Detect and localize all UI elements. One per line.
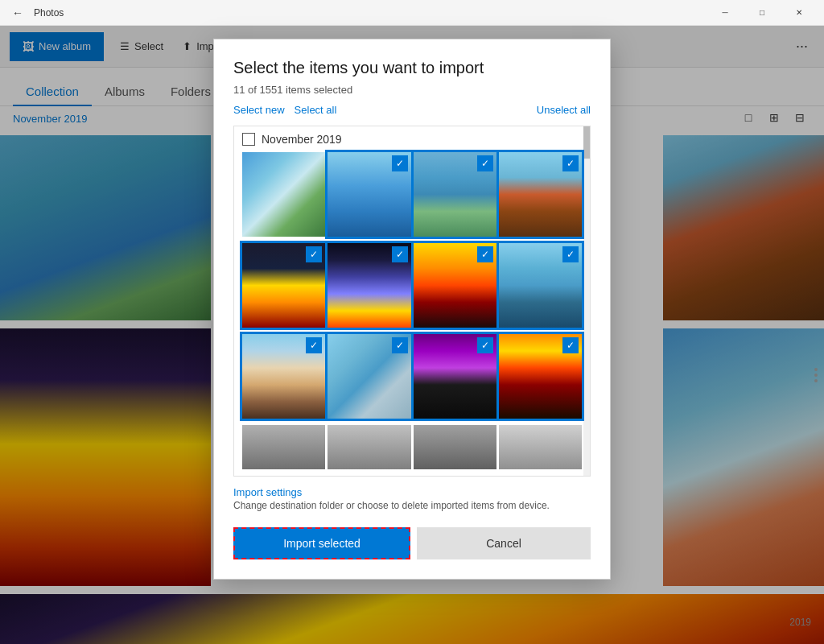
close-button[interactable]: ✕	[781, 0, 818, 26]
photo-item[interactable]: ✓	[499, 334, 582, 419]
photo-checkbox: ✓	[392, 337, 408, 353]
import-selected-button[interactable]: Import selected	[233, 527, 410, 559]
window-controls: ─ □ ✕	[707, 0, 818, 26]
photo-grid-row2: ✓ ✓ ✓ ✓	[234, 243, 590, 334]
photo-item[interactable]	[328, 425, 410, 469]
minimize-icon: ─	[722, 8, 727, 17]
dialog-title: Select the items you want to import	[233, 59, 591, 77]
scrollbar-track[interactable]	[583, 126, 590, 476]
cancel-button[interactable]: Cancel	[417, 527, 591, 559]
app-title: Photos	[34, 7, 707, 19]
photo-item[interactable]: ✓	[328, 243, 410, 328]
photo-item[interactable]: ✓	[414, 152, 496, 237]
import-settings-link[interactable]: Import settings	[233, 486, 591, 498]
photo-item[interactable]: ✓	[499, 152, 582, 237]
import-settings-area: Import settings Change destination folde…	[233, 477, 591, 518]
select-actions: Select new Select all Unselect all	[233, 104, 591, 116]
photo-checkbox: ✓	[477, 337, 493, 353]
restore-button[interactable]: □	[744, 0, 781, 26]
photo-item[interactable]: ✓	[328, 152, 410, 237]
photo-checkbox: ✓	[392, 155, 408, 171]
import-dialog: Select the items you want to import 11 o…	[213, 39, 611, 580]
month-section-header: November 2019	[234, 126, 590, 152]
photo-item[interactable]: ✓	[499, 243, 582, 328]
photo-grid-row3: ✓ ✓ ✓ ✓	[234, 334, 590, 425]
photo-item[interactable]	[414, 425, 496, 469]
photo-grid-partial	[234, 425, 590, 476]
photo-checkbox: ✓	[392, 246, 408, 262]
month-checkbox[interactable]	[242, 133, 255, 146]
items-count: 11 of 1551 items selected	[233, 84, 591, 96]
photo-checkbox: ✓	[562, 155, 579, 171]
restore-icon: □	[760, 8, 764, 17]
select-all-link[interactable]: Select all	[295, 104, 337, 116]
photo-scroll-area[interactable]: November 2019 ✓ ✓ ✓	[233, 126, 591, 477]
close-icon: ✕	[796, 8, 802, 17]
unselect-all-link[interactable]: Unselect all	[537, 104, 591, 116]
month-section-name: November 2019	[262, 133, 342, 146]
photo-grid: ✓ ✓ ✓	[234, 152, 590, 243]
minimize-button[interactable]: ─	[707, 0, 744, 26]
photo-item[interactable]: ✓	[242, 334, 325, 419]
dialog-buttons: Import selected Cancel	[233, 527, 591, 559]
photo-item[interactable]	[499, 425, 582, 469]
photo-item[interactable]	[242, 425, 325, 469]
photo-item[interactable]: ✓	[242, 243, 325, 328]
photo-checkbox: ✓	[562, 337, 579, 353]
select-new-link[interactable]: Select new	[233, 104, 285, 116]
back-button[interactable]: ←	[6, 2, 29, 24]
photo-item[interactable]: ✓	[414, 243, 496, 328]
photo-checkbox: ✓	[306, 246, 322, 262]
photo-checkbox: ✓	[477, 155, 493, 171]
scrollbar-thumb[interactable]	[583, 126, 590, 159]
photo-item[interactable]	[242, 152, 325, 237]
photo-item[interactable]: ✓	[328, 334, 410, 419]
photo-checkbox: ✓	[477, 246, 493, 262]
photo-checkbox: ✓	[306, 337, 322, 353]
titlebar: ← Photos ─ □ ✕	[0, 0, 824, 26]
import-settings-desc: Change destination folder or choose to d…	[233, 500, 591, 511]
photo-checkbox: ✓	[562, 246, 579, 262]
photo-item[interactable]: ✓	[414, 334, 496, 419]
back-icon: ←	[12, 6, 23, 19]
